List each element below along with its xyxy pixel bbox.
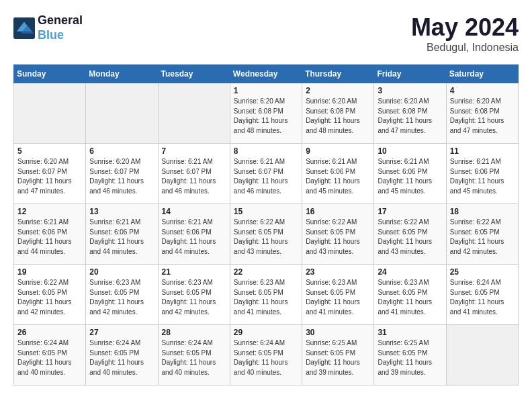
calendar-cell xyxy=(158,83,230,144)
calendar-cell: 9Sunrise: 6:21 AMSunset: 6:06 PMDaylight… xyxy=(302,144,374,204)
day-info: Sunrise: 6:21 AMSunset: 6:07 PMDaylight:… xyxy=(162,157,226,196)
calendar-cell: 23Sunrise: 6:23 AMSunset: 6:05 PMDayligh… xyxy=(302,265,374,325)
calendar-cell: 27Sunrise: 6:24 AMSunset: 6:05 PMDayligh… xyxy=(86,325,158,385)
day-number: 17 xyxy=(378,207,442,216)
calendar-cell: 26Sunrise: 6:24 AMSunset: 6:05 PMDayligh… xyxy=(14,325,86,385)
calendar-cell: 17Sunrise: 6:22 AMSunset: 6:05 PMDayligh… xyxy=(374,204,446,265)
calendar-cell: 11Sunrise: 6:21 AMSunset: 6:06 PMDayligh… xyxy=(446,144,518,204)
header-row: SundayMondayTuesdayWednesdayThursdayFrid… xyxy=(14,65,519,83)
col-header-friday: Friday xyxy=(374,65,446,83)
calendar-cell: 24Sunrise: 6:23 AMSunset: 6:05 PMDayligh… xyxy=(374,265,446,325)
day-info: Sunrise: 6:22 AMSunset: 6:05 PMDaylight:… xyxy=(450,218,515,257)
day-info: Sunrise: 6:23 AMSunset: 6:05 PMDaylight:… xyxy=(306,278,370,317)
location: Bedugul, Indonesia xyxy=(411,42,519,54)
day-number: 14 xyxy=(162,207,226,216)
day-number: 8 xyxy=(234,146,298,156)
day-number: 24 xyxy=(378,267,442,277)
calendar-cell: 25Sunrise: 6:24 AMSunset: 6:05 PMDayligh… xyxy=(446,265,518,325)
day-info: Sunrise: 6:23 AMSunset: 6:05 PMDaylight:… xyxy=(162,278,226,317)
calendar-cell: 10Sunrise: 6:21 AMSunset: 6:06 PMDayligh… xyxy=(374,144,446,204)
day-info: Sunrise: 6:23 AMSunset: 6:05 PMDaylight:… xyxy=(234,278,298,317)
day-info: Sunrise: 6:24 AMSunset: 6:05 PMDaylight:… xyxy=(17,338,82,377)
calendar-cell: 30Sunrise: 6:25 AMSunset: 6:05 PMDayligh… xyxy=(302,325,374,385)
day-number: 16 xyxy=(306,207,370,216)
day-info: Sunrise: 6:25 AMSunset: 6:05 PMDaylight:… xyxy=(306,338,370,377)
day-info: Sunrise: 6:23 AMSunset: 6:05 PMDaylight:… xyxy=(89,278,154,317)
day-info: Sunrise: 6:20 AMSunset: 6:08 PMDaylight:… xyxy=(378,97,442,136)
week-row-4: 26Sunrise: 6:24 AMSunset: 6:05 PMDayligh… xyxy=(14,325,519,385)
calendar-cell: 14Sunrise: 6:21 AMSunset: 6:06 PMDayligh… xyxy=(158,204,230,265)
week-row-1: 5Sunrise: 6:20 AMSunset: 6:07 PMDaylight… xyxy=(14,144,519,204)
day-info: Sunrise: 6:24 AMSunset: 6:05 PMDaylight:… xyxy=(234,338,298,377)
calendar-table: SundayMondayTuesdayWednesdayThursdayFrid… xyxy=(13,64,519,385)
week-row-3: 19Sunrise: 6:22 AMSunset: 6:05 PMDayligh… xyxy=(14,265,519,325)
day-number: 4 xyxy=(450,86,515,95)
col-header-wednesday: Wednesday xyxy=(230,65,302,83)
day-info: Sunrise: 6:20 AMSunset: 6:08 PMDaylight:… xyxy=(306,97,370,136)
day-info: Sunrise: 6:22 AMSunset: 6:05 PMDaylight:… xyxy=(17,278,82,317)
day-info: Sunrise: 6:22 AMSunset: 6:05 PMDaylight:… xyxy=(234,218,298,257)
day-number: 13 xyxy=(89,207,154,216)
calendar-cell: 1Sunrise: 6:20 AMSunset: 6:08 PMDaylight… xyxy=(230,83,302,144)
day-number: 25 xyxy=(450,267,515,277)
calendar-cell: 15Sunrise: 6:22 AMSunset: 6:05 PMDayligh… xyxy=(230,204,302,265)
calendar-cell xyxy=(86,83,158,144)
calendar-cell: 4Sunrise: 6:20 AMSunset: 6:08 PMDaylight… xyxy=(446,83,518,144)
page-header: General Blue May 2024 Bedugul, Indonesia xyxy=(13,13,519,54)
calendar-cell: 28Sunrise: 6:24 AMSunset: 6:05 PMDayligh… xyxy=(158,325,230,385)
day-info: Sunrise: 6:21 AMSunset: 6:06 PMDaylight:… xyxy=(450,157,515,196)
day-number: 22 xyxy=(234,267,298,277)
day-number: 9 xyxy=(306,146,370,156)
calendar-cell: 29Sunrise: 6:24 AMSunset: 6:05 PMDayligh… xyxy=(230,325,302,385)
day-info: Sunrise: 6:21 AMSunset: 6:07 PMDaylight:… xyxy=(234,157,298,196)
col-header-monday: Monday xyxy=(86,65,158,83)
day-info: Sunrise: 6:20 AMSunset: 6:08 PMDaylight:… xyxy=(450,97,515,136)
day-number: 5 xyxy=(17,146,82,156)
day-info: Sunrise: 6:21 AMSunset: 6:06 PMDaylight:… xyxy=(306,157,370,196)
logo-text: General Blue xyxy=(38,13,83,42)
logo: General Blue xyxy=(13,13,83,42)
calendar-cell: 7Sunrise: 6:21 AMSunset: 6:07 PMDaylight… xyxy=(158,144,230,204)
day-number: 27 xyxy=(89,328,154,337)
calendar-cell: 31Sunrise: 6:25 AMSunset: 6:05 PMDayligh… xyxy=(374,325,446,385)
day-number: 29 xyxy=(234,328,298,337)
calendar-cell: 18Sunrise: 6:22 AMSunset: 6:05 PMDayligh… xyxy=(446,204,518,265)
calendar-cell: 8Sunrise: 6:21 AMSunset: 6:07 PMDaylight… xyxy=(230,144,302,204)
day-number: 23 xyxy=(306,267,370,277)
day-info: Sunrise: 6:20 AMSunset: 6:07 PMDaylight:… xyxy=(17,157,82,196)
day-number: 12 xyxy=(17,207,82,216)
day-number: 11 xyxy=(450,146,515,156)
day-info: Sunrise: 6:24 AMSunset: 6:05 PMDaylight:… xyxy=(162,338,226,377)
day-info: Sunrise: 6:20 AMSunset: 6:07 PMDaylight:… xyxy=(89,157,154,196)
day-number: 26 xyxy=(17,328,82,337)
day-info: Sunrise: 6:24 AMSunset: 6:05 PMDaylight:… xyxy=(89,338,154,377)
month-title: May 2024 xyxy=(411,13,519,42)
day-number: 15 xyxy=(234,207,298,216)
day-info: Sunrise: 6:21 AMSunset: 6:06 PMDaylight:… xyxy=(89,218,154,257)
col-header-sunday: Sunday xyxy=(14,65,86,83)
calendar-cell xyxy=(446,325,518,385)
calendar-cell: 19Sunrise: 6:22 AMSunset: 6:05 PMDayligh… xyxy=(14,265,86,325)
day-number: 7 xyxy=(162,146,226,156)
col-header-tuesday: Tuesday xyxy=(158,65,230,83)
day-info: Sunrise: 6:24 AMSunset: 6:05 PMDaylight:… xyxy=(450,278,515,317)
calendar-cell: 6Sunrise: 6:20 AMSunset: 6:07 PMDaylight… xyxy=(86,144,158,204)
calendar-cell xyxy=(14,83,86,144)
day-number: 2 xyxy=(306,86,370,95)
day-info: Sunrise: 6:22 AMSunset: 6:05 PMDaylight:… xyxy=(306,218,370,257)
calendar-cell: 5Sunrise: 6:20 AMSunset: 6:07 PMDaylight… xyxy=(14,144,86,204)
day-number: 19 xyxy=(17,267,82,277)
week-row-0: 1Sunrise: 6:20 AMSunset: 6:08 PMDaylight… xyxy=(14,83,519,144)
day-number: 20 xyxy=(89,267,154,277)
calendar-cell: 3Sunrise: 6:20 AMSunset: 6:08 PMDaylight… xyxy=(374,83,446,144)
day-number: 21 xyxy=(162,267,226,277)
day-number: 1 xyxy=(234,86,298,95)
day-info: Sunrise: 6:21 AMSunset: 6:06 PMDaylight:… xyxy=(378,157,442,196)
day-info: Sunrise: 6:21 AMSunset: 6:06 PMDaylight:… xyxy=(162,218,226,257)
day-number: 6 xyxy=(89,146,154,156)
logo-icon xyxy=(13,17,35,39)
day-info: Sunrise: 6:25 AMSunset: 6:05 PMDaylight:… xyxy=(378,338,442,377)
title-block: May 2024 Bedugul, Indonesia xyxy=(411,13,519,54)
calendar-cell: 16Sunrise: 6:22 AMSunset: 6:05 PMDayligh… xyxy=(302,204,374,265)
day-number: 31 xyxy=(378,328,442,337)
